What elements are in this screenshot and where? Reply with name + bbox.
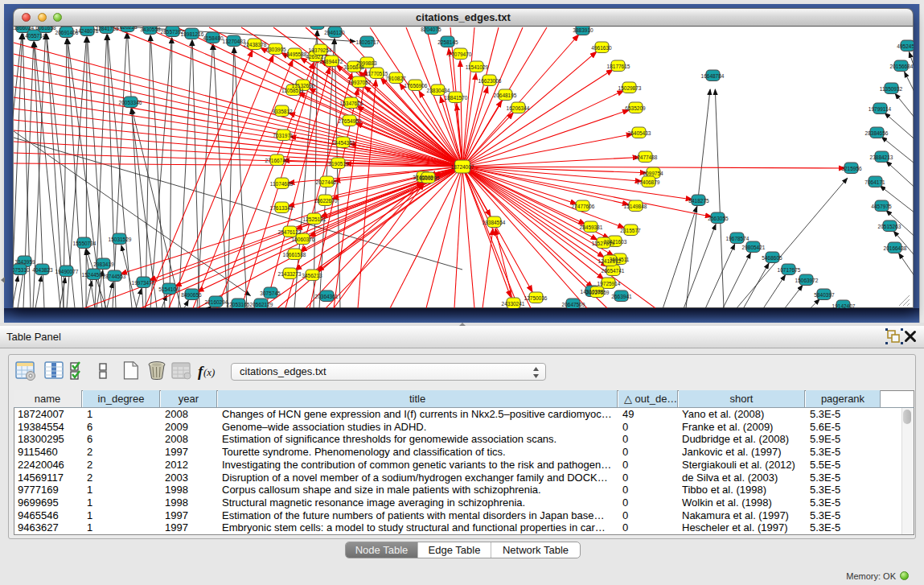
svg-text:29805421: 29805421 [742,245,766,250]
svg-text:12750036: 12750036 [524,295,548,301]
svg-text:19490077: 19490077 [55,269,79,274]
svg-text:27654952: 27654952 [339,118,362,124]
svg-text:2999883: 2999883 [356,60,377,66]
svg-text:4457975: 4457975 [871,204,892,209]
svg-text:15550734: 15550734 [73,241,97,246]
svg-text:9190519: 9190519 [328,161,349,167]
svg-text:27166740: 27166740 [265,158,289,163]
svg-text:4961630: 4961630 [591,45,612,51]
svg-text:3883910: 3883910 [573,27,593,33]
svg-text:24454361: 24454361 [332,140,355,146]
svg-text:18622670: 18622670 [314,198,338,204]
svg-text:4952451: 4952451 [897,43,914,49]
svg-text:22160294: 22160294 [205,299,228,305]
svg-text:9075310: 9075310 [13,267,30,273]
svg-text:13495588: 13495588 [284,51,307,57]
svg-text:6061658: 6061658 [35,27,56,31]
svg-text:16623006: 16623006 [478,78,502,84]
svg-text:11866024: 11866024 [13,27,35,31]
svg-text:21433273: 21433273 [278,271,302,277]
svg-text:2315577: 2315577 [620,228,641,233]
svg-text:20647509: 20647509 [562,302,585,307]
svg-text:20274461: 20274461 [316,179,339,185]
svg-text:3215956: 3215956 [841,166,862,171]
svg-text:19384554: 19384554 [483,220,506,225]
svg-text:26654741: 26654741 [602,268,625,274]
svg-text:2258145: 2258145 [437,39,458,45]
svg-text:18300295: 18300295 [417,175,440,181]
svg-text:19937057: 19937057 [348,80,372,85]
svg-text:3430558: 3430558 [140,27,161,32]
svg-text:18026717: 18026717 [356,39,380,45]
svg-text:10717675: 10717675 [778,267,801,273]
svg-text:19973477: 19973477 [132,280,155,286]
svg-text:19725914: 19725914 [598,281,621,286]
svg-text:6535209: 6535209 [625,105,646,111]
svg-text:3456213: 3456213 [302,273,322,278]
svg-text:28384656: 28384656 [865,130,889,136]
svg-text:9335812: 9335812 [272,109,293,114]
svg-text:10661588: 10661588 [283,252,306,257]
svg-text:22053165: 22053165 [227,302,250,307]
svg-text:6099754: 6099754 [643,171,663,176]
svg-text:24894472: 24894472 [320,59,343,64]
svg-text:20555120: 20555120 [306,27,330,27]
svg-text:8418275: 8418275 [688,198,709,204]
svg-text:16206344: 16206344 [507,105,530,111]
svg-text:12412612: 12412612 [598,258,622,264]
svg-text:20364361: 20364361 [315,294,339,299]
svg-text:11058511: 11058511 [281,88,304,93]
svg-text:3075745: 3075745 [260,290,281,296]
svg-text:19379254: 19379254 [309,47,332,53]
svg-text:13270483: 13270483 [223,39,246,44]
svg-text:7031971: 7031971 [273,133,294,138]
svg-text:11350932: 11350932 [880,86,903,92]
svg-text:2563055: 2563055 [708,216,729,221]
svg-text:22438378: 22438378 [244,42,267,47]
svg-text:2663941: 2663941 [611,294,632,299]
svg-text:28744553: 28744553 [103,274,126,279]
svg-text:18981216: 18981216 [181,31,204,37]
svg-text:15063972: 15063972 [795,278,819,283]
svg-text:17406879: 17406879 [637,179,660,185]
svg-text:2946120: 2946120 [324,30,345,35]
svg-text:19799114: 19799114 [869,106,892,112]
svg-text:4158480: 4158480 [203,35,224,41]
svg-text:7064171: 7064171 [864,179,885,185]
svg-text:20227559: 20227559 [586,290,610,295]
svg-text:20166438: 20166438 [884,245,907,251]
svg-text:12525131: 12525131 [303,216,326,222]
svg-text:11527619: 11527619 [592,241,615,246]
svg-text:2983419: 2983419 [93,262,114,267]
svg-text:4043823: 4043823 [32,267,53,273]
svg-text:18177615: 18177615 [607,64,630,69]
svg-text:16648784: 16648784 [701,73,725,79]
svg-text:11541029: 11541029 [466,64,489,70]
svg-text:12477488: 12477488 [634,154,658,160]
svg-text:20156684: 20156684 [890,64,914,69]
svg-text:26405433: 26405433 [628,130,651,136]
svg-text:23830434: 23830434 [427,88,450,93]
svg-text:5468605: 5468605 [762,255,782,261]
svg-text:15347616: 15347616 [340,101,363,106]
svg-text:18841570: 18841570 [445,95,468,101]
svg-text:22841736: 22841736 [96,27,119,31]
svg-text:23884213: 23884213 [870,154,893,160]
svg-text:5840397: 5840397 [814,292,835,298]
svg-text:27477606: 27477606 [572,204,595,209]
svg-text:27079470: 27079470 [449,51,472,57]
svg-text:25476122: 25476122 [278,229,302,235]
svg-text:17613348: 17613348 [270,205,294,211]
svg-text:20053346: 20053346 [119,100,142,105]
svg-text:20515263: 20515263 [878,224,901,229]
svg-text:8490656: 8490656 [181,292,202,298]
svg-text:(x): (x) [203,366,215,378]
svg-text:20648195: 20648195 [494,93,517,98]
svg-text:15149848: 15149848 [624,204,647,209]
svg-text:17656906: 17656906 [405,83,428,89]
svg-text:24330241: 24330241 [502,301,525,307]
svg-text:28459381: 28459381 [580,225,603,230]
svg-text:16060376: 16060376 [292,237,315,242]
svg-text:20562129: 20562129 [250,302,273,307]
svg-text:5154104: 5154104 [158,286,179,292]
